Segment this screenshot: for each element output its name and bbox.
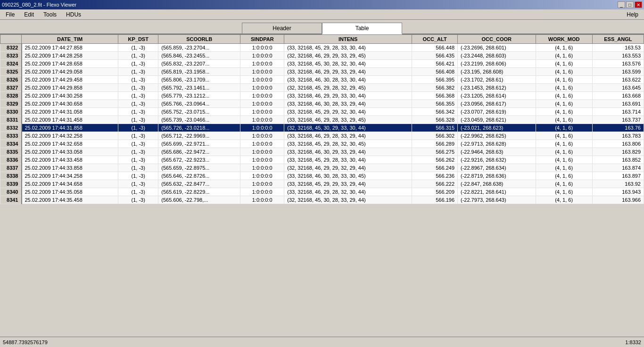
table-row[interactable]: 833425.02.2009 17:44:32.658(1, -3)(565.6…	[0, 140, 644, 148]
col-header-scoorlb[interactable]: SCOORLB	[158, 35, 240, 44]
help-button[interactable]: Help	[623, 10, 642, 19]
table-row[interactable]: 834125.02.2009 17:44:35.458(1, -3)(565.6…	[0, 196, 644, 204]
table-row[interactable]: 833225.02.2009 17:44:31.858(1, -3)(565.7…	[0, 124, 644, 132]
status-value-right: 1:8332	[625, 339, 641, 345]
table-row[interactable]: 832225.02.2009 17:44:27.858(1, -3)(565.8…	[0, 44, 644, 52]
status-bar: 54887.7392576179 1:8332	[0, 337, 644, 347]
table-body: 832225.02.2009 17:44:27.858(1, -3)(565.8…	[0, 44, 644, 204]
tab-area: Header Table	[0, 20, 644, 34]
close-button[interactable]: ✕	[635, 1, 642, 8]
menu-tools[interactable]: Tools	[40, 10, 60, 19]
table-row[interactable]: 833325.02.2009 17:44:32.258(1, -3)(565.7…	[0, 132, 644, 140]
menu-edit[interactable]: Edit	[20, 10, 38, 19]
col-header-ess-angl[interactable]: ESS_ANGL	[592, 35, 644, 44]
table-row[interactable]: 833825.02.2009 17:44:34.258(1, -3)(565.6…	[0, 172, 644, 180]
table-row[interactable]: 832425.02.2009 17:44:28.658(1, -3)(565.8…	[0, 60, 644, 68]
col-header-occ-alt[interactable]: OCC_ALT	[412, 35, 458, 44]
col-header-date-tim[interactable]: DATE_TIM	[22, 35, 118, 44]
table-row[interactable]: 833125.02.2009 17:44:31.458(1, -3)(565.7…	[0, 116, 644, 124]
table-row[interactable]: 833725.02.2009 17:44:33.858(1, -3)(565.6…	[0, 164, 644, 172]
window-controls[interactable]: _ □ ✕	[618, 1, 642, 8]
table-row[interactable]: 834025.02.2009 17:44:35.058(1, -3)(565.6…	[0, 188, 644, 196]
col-header-kp-dst[interactable]: KP_DST	[118, 35, 158, 44]
col-header-occ-coor[interactable]: OCC_COOR	[458, 35, 536, 44]
table-row[interactable]: 833625.02.2009 17:44:33.458(1, -3)(565.6…	[0, 156, 644, 164]
title-bar: 090225_080_2.fit - Flexo Viewer _ □ ✕	[0, 0, 644, 9]
menu-hdus[interactable]: HDUs	[62, 10, 85, 19]
col-header-sindpar[interactable]: SINDPAR	[240, 35, 284, 44]
col-header-index	[0, 35, 22, 44]
table-row[interactable]: 832925.02.2009 17:44:30.658(1, -3)(565.7…	[0, 100, 644, 108]
status-value-left: 54887.7392576179	[3, 339, 48, 345]
table-row[interactable]: 832725.02.2009 17:44:29.858(1, -3)(565.7…	[0, 84, 644, 92]
minimize-button[interactable]: _	[618, 1, 625, 8]
menu-bar: File Edit Tools HDUs Help	[0, 9, 644, 20]
table-scroll-area[interactable]: DATE_TIM KP_DST SCOORLB SINDPAR INTENS O…	[0, 34, 644, 336]
tab-table[interactable]: Table	[322, 23, 402, 34]
table-row[interactable]: 832525.02.2009 17:44:29.058(1, -3)(565.8…	[0, 68, 644, 76]
menu-file[interactable]: File	[2, 10, 18, 19]
data-table: DATE_TIM KP_DST SCOORLB SINDPAR INTENS O…	[0, 34, 644, 204]
table-row[interactable]: 833925.02.2009 17:44:34.658(1, -3)(565.6…	[0, 180, 644, 188]
table-row[interactable]: 832325.02.2009 17:44:28.258(1, -3)(565.8…	[0, 52, 644, 60]
table-row[interactable]: 832625.02.2009 17:44:29.458(1, -3)(565.8…	[0, 76, 644, 84]
table-row[interactable]: 832825.02.2009 17:44:30.258(1, -3)(565.7…	[0, 92, 644, 100]
tab-header[interactable]: Header	[242, 23, 322, 33]
table-row[interactable]: 833525.02.2009 17:44:33.058(1, -3)(565.6…	[0, 148, 644, 156]
table-header-row: DATE_TIM KP_DST SCOORLB SINDPAR INTENS O…	[0, 35, 644, 44]
maximize-button[interactable]: □	[626, 1, 634, 8]
col-header-work-mod[interactable]: WORK_MOD	[536, 35, 592, 44]
table-row[interactable]: 833025.02.2009 17:44:31.058(1, -3)(565.7…	[0, 108, 644, 116]
col-header-intens[interactable]: INTENS	[284, 35, 412, 44]
window-title: 090225_080_2.fit - Flexo Viewer	[2, 2, 76, 8]
